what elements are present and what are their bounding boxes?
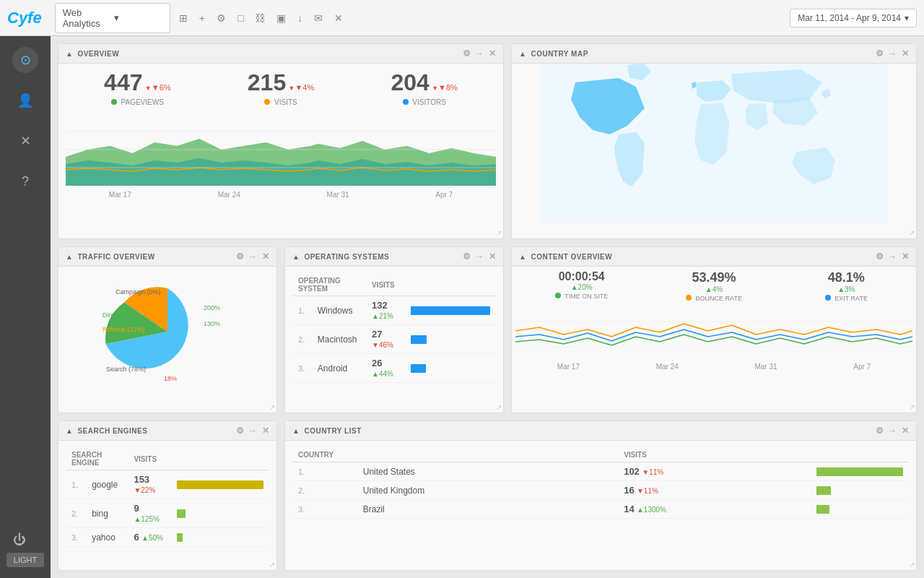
chart-label-mar24: Mar 24 bbox=[218, 191, 240, 199]
sidebar-item-users[interactable]: 👤 bbox=[12, 87, 38, 113]
content-chart bbox=[515, 309, 912, 360]
country-list-close-icon[interactable]: ✕ bbox=[902, 426, 910, 436]
content-header: ▲ CONTENT OVERVIEW ⚙ → ✕ bbox=[512, 247, 916, 267]
time-label: TIME ON SITE bbox=[515, 293, 648, 300]
svg-text:Referral (11%): Referral (11%) bbox=[103, 326, 145, 333]
os-close-icon[interactable]: ✕ bbox=[489, 251, 497, 262]
engine-bar bbox=[177, 480, 263, 489]
os-visits: 132 ▲21% bbox=[366, 296, 405, 325]
window-icon[interactable]: □ bbox=[235, 10, 246, 26]
overview-close-icon[interactable]: ✕ bbox=[489, 48, 497, 59]
search-engines-title: SEARCH ENGINES bbox=[77, 427, 231, 435]
overview-arrow-icon[interactable]: → bbox=[475, 48, 484, 59]
engine-visits: 6 ▲50% bbox=[128, 528, 171, 547]
content-resize-handle[interactable]: ↗ bbox=[909, 403, 915, 411]
overview-chart-labels: Mar 17 Mar 24 Mar 31 Apr 7 bbox=[58, 189, 503, 200]
light-mode-button[interactable]: LIGHT bbox=[6, 553, 44, 567]
table-row: 2. bing 9 ▲125% bbox=[66, 499, 269, 528]
country-delta: ▼11% bbox=[642, 468, 663, 476]
traffic-gear-icon[interactable]: ⚙ bbox=[236, 251, 245, 262]
os-widget: ▲ OPERATING SYSTEMS ⚙ → ✕ OPERATING SYST… bbox=[284, 246, 504, 413]
date-range-text: Mar 11, 2014 - Apr 9, 2014 bbox=[798, 13, 901, 23]
sidebar-item-tools[interactable]: ✕ bbox=[12, 128, 38, 154]
traffic-resize-handle[interactable]: ↗ bbox=[269, 403, 275, 411]
dashboard-selector[interactable]: Web Analytics ▾ bbox=[55, 3, 170, 33]
search-close-icon[interactable]: ✕ bbox=[262, 426, 270, 436]
exit-label: EXIT RATE bbox=[780, 295, 912, 302]
svg-text:18%: 18% bbox=[164, 375, 177, 382]
date-range-arrow: ▾ bbox=[905, 13, 909, 23]
country-map-close-icon[interactable]: ✕ bbox=[902, 48, 910, 59]
close-icon[interactable]: ✕ bbox=[331, 10, 346, 26]
search-visits-col: VISITS bbox=[128, 448, 171, 470]
chart-label-apr7: Apr 7 bbox=[435, 191, 453, 199]
stat-visitors-value: 204 ▼8% bbox=[352, 69, 496, 96]
svg-text:200%: 200% bbox=[204, 304, 220, 311]
os-bar-cell bbox=[405, 325, 496, 354]
grid-icon[interactable]: ⊞ bbox=[176, 10, 191, 26]
country-map-gear-icon[interactable]: ⚙ bbox=[876, 48, 884, 59]
os-bar-header bbox=[405, 274, 496, 296]
link-icon[interactable]: ⛓ bbox=[252, 10, 268, 26]
traffic-arrow-icon[interactable]: → bbox=[248, 251, 258, 262]
os-visits: 27 ▼46% bbox=[366, 325, 405, 354]
sidebar-item-dashboard[interactable]: ⊙ bbox=[12, 47, 38, 73]
email-icon[interactable]: ✉ bbox=[311, 10, 326, 26]
os-header: ▲ OPERATING SYSTEMS ⚙ → ✕ bbox=[285, 247, 503, 267]
overview-gear-icon[interactable]: ⚙ bbox=[463, 48, 471, 59]
content-stat-exit: 48.1% ▲3% EXIT RATE bbox=[780, 270, 912, 302]
os-arrow-icon[interactable]: → bbox=[475, 251, 484, 262]
os-delta: ▲21% bbox=[372, 312, 393, 320]
traffic-collapse-icon[interactable]: ▲ bbox=[66, 253, 73, 261]
country-list-resize-handle[interactable]: ↗ bbox=[909, 561, 915, 569]
os-table: OPERATING SYSTEM VISITS 1. Windows 132 ▲… bbox=[292, 274, 496, 383]
content-gear-icon[interactable]: ⚙ bbox=[876, 251, 884, 262]
content-title: CONTENT OVERVIEW bbox=[531, 253, 871, 261]
content-collapse-icon[interactable]: ▲ bbox=[519, 253, 526, 261]
os-title: OPERATING SYSTEMS bbox=[304, 253, 458, 261]
bounce-dot bbox=[686, 295, 692, 301]
search-resize-handle[interactable]: ↗ bbox=[269, 561, 275, 569]
search-collapse-icon[interactable]: ▲ bbox=[66, 427, 73, 435]
table-row: 3. Brazil 14 ▲1300% bbox=[292, 500, 909, 519]
row-num: 2. bbox=[66, 499, 86, 528]
engine-bar-cell bbox=[171, 528, 269, 547]
content-close-icon[interactable]: ✕ bbox=[902, 251, 910, 262]
exit-delta: ▲3% bbox=[780, 285, 912, 293]
monitor-icon[interactable]: ▣ bbox=[274, 10, 289, 26]
search-gear-icon[interactable]: ⚙ bbox=[236, 426, 245, 436]
add-icon[interactable]: + bbox=[196, 10, 208, 26]
main-content: ▲ OVERVIEW ⚙ → ✕ 447 ▼6% PAGEVIEWS 215 bbox=[51, 36, 924, 578]
bounce-delta: ▲4% bbox=[648, 285, 780, 293]
exit-dot bbox=[825, 295, 831, 301]
content-arrow-icon[interactable]: → bbox=[888, 251, 897, 262]
search-arrow-icon[interactable]: → bbox=[248, 426, 258, 436]
os-gear-icon[interactable]: ⚙ bbox=[463, 251, 471, 262]
country-list-arrow-icon[interactable]: → bbox=[888, 426, 897, 436]
row-num: 2. bbox=[292, 481, 357, 500]
chart-label-mar31: Mar 31 bbox=[326, 191, 349, 199]
bounce-label: BOUNCE RATE bbox=[648, 295, 780, 302]
country-map-arrow-icon[interactable]: → bbox=[888, 48, 897, 59]
content-chart-mar31: Mar 31 bbox=[754, 363, 777, 371]
world-map-svg bbox=[512, 64, 916, 223]
country-list-collapse-icon[interactable]: ▲ bbox=[292, 427, 300, 435]
overview-header: ▲ OVERVIEW ⚙ → ✕ bbox=[58, 44, 503, 64]
country-list-gear-icon[interactable]: ⚙ bbox=[876, 426, 884, 436]
traffic-close-icon[interactable]: ✕ bbox=[262, 251, 270, 262]
os-resize-handle[interactable]: ↗ bbox=[496, 403, 502, 411]
settings-icon[interactable]: ⚙ bbox=[214, 10, 229, 26]
country-map-resize-handle[interactable]: ↗ bbox=[909, 229, 915, 237]
overview-chart bbox=[66, 113, 496, 186]
os-collapse-icon[interactable]: ▲ bbox=[292, 253, 300, 261]
date-range-selector[interactable]: Mar 11, 2014 - Apr 9, 2014 ▾ bbox=[790, 9, 917, 27]
country-map-collapse-icon[interactable]: ▲ bbox=[519, 50, 526, 58]
download-icon[interactable]: ↓ bbox=[295, 10, 305, 26]
overview-resize-handle[interactable]: ↗ bbox=[496, 229, 502, 237]
sidebar-item-power[interactable]: ⏻ bbox=[6, 527, 32, 553]
sidebar-item-help[interactable]: ? bbox=[12, 168, 38, 194]
sidebar-bottom: ⏻ LIGHT bbox=[6, 527, 44, 567]
country-name: United Kingdom bbox=[357, 481, 618, 500]
row-num: 3. bbox=[66, 528, 86, 547]
overview-collapse-icon[interactable]: ▲ bbox=[66, 50, 73, 58]
